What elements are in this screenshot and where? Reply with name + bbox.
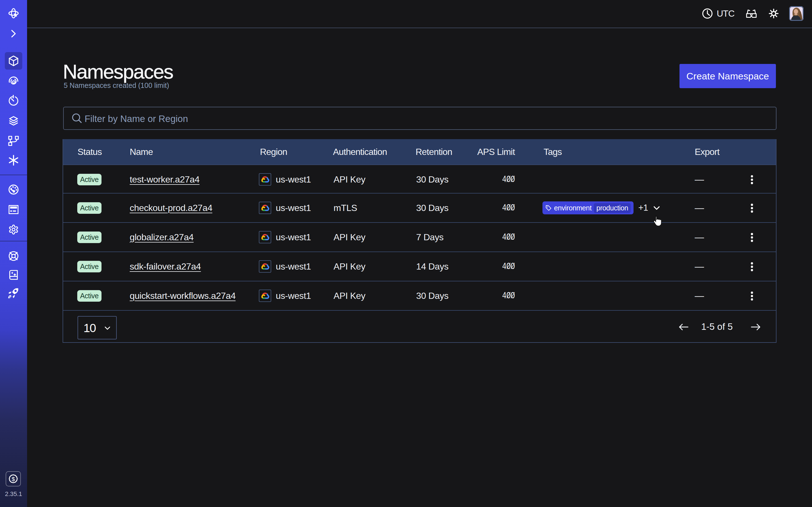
svg-text:$: $	[11, 476, 15, 482]
